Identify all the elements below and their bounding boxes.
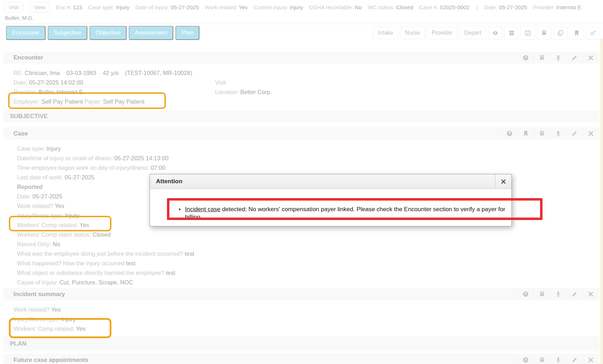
top-provider: Provider: Internist E. [533,4,582,11]
subjective-heading: SUBJECTIVE [4,111,599,122]
visit-button[interactable]: Visit [4,2,23,12]
view-button[interactable]: View [29,2,50,12]
bookmark-icon[interactable] [569,27,584,40]
toolbar: Encounter Subjective Objective Assessmen… [0,24,603,42]
incident-header-icons [517,288,599,300]
encounter-date-row: Date: 05-27-2025 14:02:00 Visit [13,78,599,87]
attention-modal-header: Attention [150,174,511,189]
top-info-row: Visit View Enc #: 123 Case type: Injury … [4,2,599,12]
archive-icon[interactable] [504,27,519,40]
close-icon[interactable] [582,127,599,140]
field-row: Record Only: No [17,239,599,249]
journal-icon[interactable] [534,288,550,300]
right-edge-strip [600,39,603,364]
eye-icon[interactable] [488,27,503,40]
modal-close-icon[interactable] [495,174,511,189]
current-injury: Current injury: Injury [254,4,303,11]
date-of-injury: Date of injury: 05-27-2025 [135,4,199,11]
journal-icon[interactable] [534,354,550,364]
tab-plan[interactable]: Plan [175,26,199,40]
field-row: Cause of Injury: Cut, Puncture, Scrape, … [17,278,599,287]
microphone-icon[interactable] [550,354,566,364]
case-section-header: Case [4,127,599,140]
highlight-employer-payer [8,92,166,109]
help-icon[interactable] [517,288,534,300]
future-header-icons [517,354,599,364]
depart-button[interactable]: Depart [459,27,486,39]
osha-recordable: OSHA recordable: No [309,4,362,11]
field-row: What was the employee doing just before … [17,249,599,259]
case-header-icons [501,127,599,140]
help-icon[interactable] [517,354,534,364]
visit-column-label: Visit [215,78,226,87]
help-icon[interactable] [501,127,517,140]
toolbar-right: Intake Nurse Provider Depart [373,27,600,40]
top-date: Date: 05-27-2025 [485,4,527,11]
top-provider-wrap: Butler, M.D. [4,12,599,21]
encounter-page: ? Visit View Enc #: 123 Case type: Injur… [0,0,603,364]
encounter-title: Encounter [4,54,43,61]
separator: | [475,4,478,11]
edit-pencil-icon[interactable] [566,127,582,140]
wc-status: WC status: Closed [368,4,413,11]
patient-line: RE: Clinician, Ima 03-03-1983 42 y/o (TE… [13,68,599,78]
close-icon[interactable] [582,354,599,364]
highlight-case-workers-comp [9,216,111,231]
close-icon[interactable] [582,52,599,64]
field-row: Case type: Injury [17,144,599,154]
case-number: Case #: S2025-0002 [419,4,469,11]
section-tabs: Encounter Subjective Objective Assessmen… [6,26,199,40]
microphone-icon[interactable] [550,52,566,64]
copy-icon[interactable] [553,27,568,40]
microphone-icon[interactable] [550,288,566,300]
bookmark-icon[interactable] [517,127,534,140]
future-appointments-header: Future case appointments [4,354,599,364]
field-row: Time employee began work on day of injur… [17,163,599,173]
highlight-attention-message [167,198,543,220]
tab-encounter[interactable]: Encounter [6,26,46,40]
journal-icon[interactable] [534,127,550,140]
calendar-check-icon[interactable] [521,27,535,40]
field-row: What happened? How the injury occurred t… [17,259,599,268]
journal-icon[interactable] [534,52,550,64]
highlight-incident-workers-comp [9,318,111,338]
edit-pencil-icon[interactable] [566,288,582,300]
incident-summary-header: Incident summary [4,288,599,300]
attention-modal-title: Attention [150,178,182,185]
field-row: Date/time of injury or onset of illness:… [17,154,599,163]
nurse-button[interactable]: Nurse [400,27,425,39]
edit-pencil-icon[interactable] [566,354,582,364]
work-related: Work related: Yes [205,4,248,11]
plan-heading: PLAN [4,336,599,351]
enc-number: Enc #: 123 [56,4,82,11]
location: Location: Better Corp. [215,87,272,97]
field-row: Work related? Yes [13,305,599,314]
tab-assessment[interactable]: Assessment [129,26,174,40]
incident-summary-title: Incident summary [4,291,65,298]
case-type: Case type: Injury [88,4,129,11]
edit-pencil-icon[interactable] [566,52,582,64]
intake-button[interactable]: Intake [373,27,398,39]
tab-subjective[interactable]: Subjective [48,26,87,40]
tab-objective[interactable]: Objective [89,26,127,40]
case-title: Case [4,130,28,137]
top-info-bar: Visit View Enc #: 123 Case type: Injury … [0,0,603,21]
field-row: Workers' Comp claim status: Closed [17,230,599,239]
microphone-icon[interactable] [550,127,566,140]
encounter-header-icons [517,52,599,64]
close-icon[interactable] [582,288,599,300]
provider-button[interactable]: Provider [427,27,458,39]
gears-icon[interactable] [586,27,600,40]
encounter-section-header: Encounter [4,52,599,64]
help-icon[interactable] [517,52,534,64]
future-appointments-title: Future case appointments [4,357,88,364]
field-row: What object or substance directly harmed… [17,268,599,278]
journal-icon[interactable] [537,27,551,40]
